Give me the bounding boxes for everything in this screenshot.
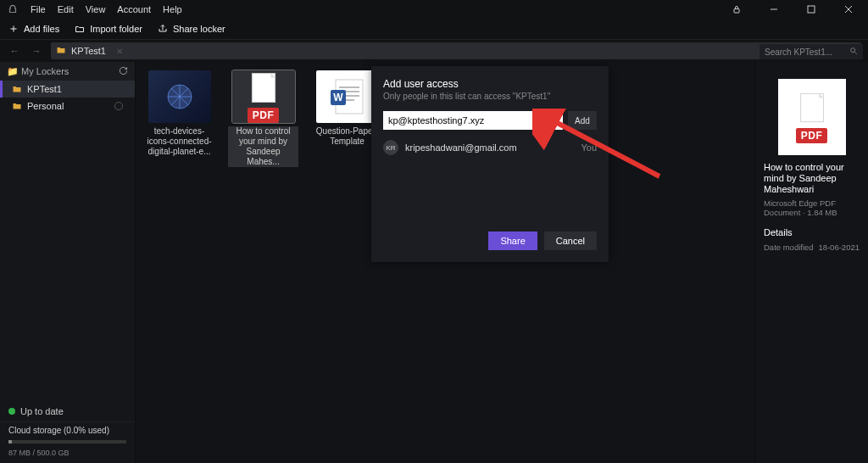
details-date-label: Date modified: [764, 243, 814, 252]
import-folder-button[interactable]: Import folder: [75, 24, 142, 34]
add-files-label: Add files: [24, 24, 59, 34]
sidebar: 📁 My Lockers KPTest1 Personal Up to date…: [0, 62, 136, 463]
svg-line-8: [854, 52, 857, 54]
svg-rect-2: [808, 6, 815, 13]
breadcrumb-close-icon[interactable]: ✕: [116, 47, 123, 56]
svg-point-7: [851, 48, 855, 53]
toolbar: Add files Import folder Share locker: [0, 19, 868, 39]
search-placeholder: Search KPTest1...: [765, 47, 832, 57]
user-row: KR kripeshadwani@gmail.com You: [383, 140, 597, 155]
file-name: tech-devices-icons-connected-digital-pla…: [144, 126, 214, 157]
add-files-button[interactable]: Add files: [8, 24, 59, 34]
status-text: Up to date: [20, 406, 64, 416]
minimize-button[interactable]: [761, 0, 787, 19]
add-button[interactable]: Add: [568, 111, 597, 130]
menu-view[interactable]: View: [86, 4, 106, 14]
pdf-badge: PDF: [248, 108, 280, 123]
menu-help[interactable]: Help: [163, 4, 182, 14]
details-panel: PDF How to control your mind by Sandeep …: [754, 62, 868, 463]
dialog-subtitle: Only people in this list can access "KPT…: [383, 92, 597, 101]
sidebar-item-label: Personal: [27, 101, 64, 111]
user-email: kripeshadwani@gmail.com: [405, 142, 517, 153]
details-size: Document · 1.84 MB: [764, 208, 860, 217]
user-you-label: You: [581, 142, 597, 153]
nav-forward-icon[interactable]: →: [29, 46, 44, 56]
pdf-thumbnail: PDF: [232, 70, 295, 123]
sidebar-item-personal[interactable]: Personal: [0, 98, 135, 114]
details-thumbnail: PDF: [778, 79, 846, 155]
search-icon: [849, 47, 858, 57]
sidebar-header-label: My Lockers: [21, 66, 69, 76]
import-folder-label: Import folder: [90, 24, 142, 34]
nav-back-icon[interactable]: ←: [7, 46, 22, 56]
cloud-storage-bar: [8, 440, 126, 443]
refresh-icon[interactable]: [119, 66, 128, 77]
image-thumbnail: [148, 70, 211, 123]
breadcrumb-label: KPTest1: [71, 46, 106, 56]
svg-rect-0: [734, 9, 739, 14]
details-type: Microsoft Edge PDF: [764, 198, 860, 208]
path-row: ← → KPTest1 ✕: [0, 40, 868, 62]
svg-rect-23: [800, 93, 823, 121]
menubar: File Edit View Account Help: [0, 0, 868, 19]
menu-file[interactable]: File: [31, 4, 46, 14]
pdf-badge: PDF: [796, 128, 828, 143]
sync-status-icon: [114, 102, 123, 110]
cloud-storage-label: Cloud storage (0.0% used): [0, 422, 135, 438]
status-dot-icon: [8, 408, 15, 415]
svg-rect-17: [339, 86, 359, 88]
maximize-button[interactable]: [798, 0, 824, 19]
email-field[interactable]: [383, 111, 563, 130]
share-button[interactable]: Share: [488, 232, 537, 250]
status-uptodate: Up to date: [0, 401, 135, 421]
file-item[interactable]: PDF How to control your mind by Sandeep …: [228, 70, 298, 167]
details-date-value: 18-06-2021: [818, 243, 860, 252]
search-input[interactable]: Search KPTest1...: [760, 44, 863, 59]
file-item[interactable]: tech-devices-icons-connected-digital-pla…: [144, 70, 214, 157]
svg-text:W: W: [333, 92, 343, 103]
lock-icon[interactable]: [724, 0, 749, 19]
docx-thumbnail: W: [316, 70, 379, 123]
share-locker-label: Share locker: [173, 24, 225, 34]
details-title: How to control your mind by Sandeep Mahe…: [764, 162, 860, 195]
details-section: Details: [764, 227, 860, 237]
menu-account[interactable]: Account: [117, 4, 151, 14]
dialog-title: Add user access: [383, 78, 597, 90]
breadcrumb[interactable]: KPTest1 ✕: [51, 42, 861, 59]
file-name: How to control your mind by Sandeep Mahe…: [228, 126, 298, 167]
sidebar-header: 📁 My Lockers: [0, 62, 135, 81]
avatar: KR: [383, 140, 398, 155]
menu-edit[interactable]: Edit: [58, 4, 74, 14]
folder-icon: [56, 45, 66, 57]
sidebar-item-label: KPTest1: [27, 84, 62, 94]
cloud-storage-detail: 87 MB / 500.0 GB: [0, 445, 135, 463]
cancel-button[interactable]: Cancel: [544, 232, 597, 250]
add-user-dialog: Add user access Only people in this list…: [371, 66, 609, 262]
app-icon: [7, 3, 19, 15]
sidebar-item-kptest1[interactable]: KPTest1: [0, 81, 135, 98]
close-button[interactable]: [836, 0, 861, 19]
share-locker-button[interactable]: Share locker: [158, 24, 225, 34]
